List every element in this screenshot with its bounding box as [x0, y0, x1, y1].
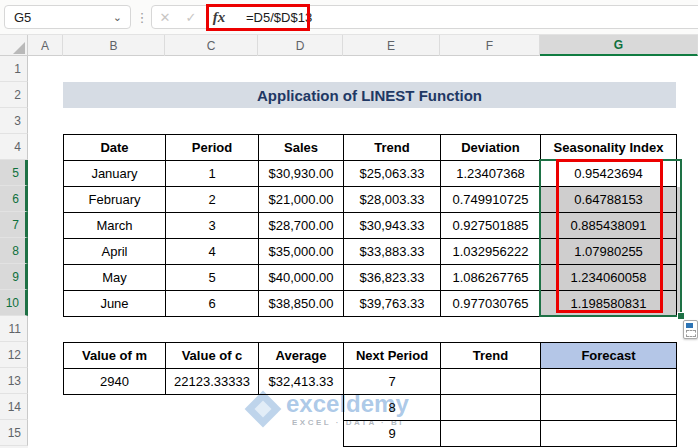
header-seasonality-index[interactable]: Seasonality Index: [541, 135, 677, 161]
autofill-options-icon: [686, 323, 693, 328]
page-title[interactable]: Application of LINEST Function: [63, 82, 676, 108]
cell[interactable]: 8: [344, 395, 441, 421]
cell[interactable]: [441, 369, 541, 395]
row-header-15[interactable]: 15: [0, 420, 28, 446]
cell[interactable]: January: [64, 161, 166, 187]
cell[interactable]: 5: [166, 265, 259, 291]
row-header-8[interactable]: 8: [0, 238, 28, 264]
row-header-7[interactable]: 7: [0, 212, 28, 238]
header-trend[interactable]: Trend: [344, 135, 441, 161]
cell[interactable]: 1.086267765: [441, 265, 541, 291]
column-header-c[interactable]: C: [165, 35, 258, 56]
header-sales[interactable]: Sales: [259, 135, 344, 161]
cell[interactable]: $30,943.33: [344, 213, 441, 239]
row-header-2[interactable]: 2: [0, 82, 28, 108]
forecast-extra-rows: 8 9: [343, 394, 677, 447]
row-header-9[interactable]: 9: [0, 264, 28, 290]
formula-bar: G5 ⌄ ⋮ ✕ ✓ fx =D5/$D$13: [0, 0, 698, 35]
table-header-row: Value of m Value of c Average Next Perio…: [64, 343, 677, 369]
cell[interactable]: $33,883.33: [344, 239, 441, 265]
header-date[interactable]: Date: [64, 135, 166, 161]
cell[interactable]: 4: [166, 239, 259, 265]
cell[interactable]: March: [64, 213, 166, 239]
row-header-1[interactable]: 1: [0, 56, 28, 82]
column-header-d[interactable]: D: [258, 35, 343, 56]
row-header-11[interactable]: 11: [0, 316, 28, 342]
range-annotation-box: [556, 159, 663, 313]
row-header-5[interactable]: 5: [0, 160, 28, 186]
header-deviation[interactable]: Deviation: [441, 135, 541, 161]
name-box[interactable]: G5 ⌄: [4, 5, 131, 29]
cell[interactable]: [541, 369, 677, 395]
enter-icon[interactable]: ✓: [178, 10, 204, 25]
formula-bar-separator-icon: ⋮: [137, 6, 147, 28]
cell[interactable]: [441, 421, 541, 447]
cell[interactable]: $40,000.00: [259, 265, 344, 291]
cell[interactable]: 3: [166, 213, 259, 239]
fill-handle[interactable]: [677, 312, 685, 320]
cell[interactable]: 2940: [64, 369, 166, 395]
cell[interactable]: 7: [344, 369, 441, 395]
autofill-options-button[interactable]: [683, 320, 698, 339]
header-next-period[interactable]: Next Period: [344, 343, 441, 369]
row-header-14[interactable]: 14: [0, 394, 28, 420]
row-header-3[interactable]: 3: [0, 108, 28, 134]
cell[interactable]: $21,000.00: [259, 187, 344, 213]
cell[interactable]: $28,700.00: [259, 213, 344, 239]
select-all-icon: [13, 42, 25, 54]
column-header-e[interactable]: E: [343, 35, 440, 56]
column-header-g[interactable]: G: [540, 35, 698, 56]
cell[interactable]: 0.749910725: [441, 187, 541, 213]
row-header-4[interactable]: 4: [0, 134, 28, 160]
cell[interactable]: $38,850.00: [259, 291, 344, 317]
cell[interactable]: 9: [344, 421, 441, 447]
column-header-f[interactable]: F: [440, 35, 540, 56]
cell[interactable]: 1.032956222: [441, 239, 541, 265]
cell[interactable]: May: [64, 265, 166, 291]
cell[interactable]: 22123.33333: [166, 369, 259, 395]
row-header-13[interactable]: 13: [0, 368, 28, 394]
table-row: 9: [344, 421, 677, 447]
column-header-a[interactable]: A: [28, 35, 63, 56]
table-row: 294022123.33333$32,413.337: [64, 369, 677, 395]
cell[interactable]: [541, 421, 677, 447]
cell[interactable]: 0.977030765: [441, 291, 541, 317]
cell[interactable]: $39,763.33: [344, 291, 441, 317]
cell[interactable]: 1: [166, 161, 259, 187]
header-forecast[interactable]: Forecast: [541, 343, 677, 369]
row-header-10[interactable]: 10: [0, 290, 28, 316]
cell[interactable]: 0.927501885: [441, 213, 541, 239]
cell[interactable]: $36,823.33: [344, 265, 441, 291]
cancel-icon[interactable]: ✕: [152, 10, 178, 25]
cell[interactable]: February: [64, 187, 166, 213]
select-all-button[interactable]: [0, 35, 28, 56]
cell[interactable]: [441, 395, 541, 421]
cell[interactable]: 6: [166, 291, 259, 317]
sheet-area: exceldemy EXCEL · DATA · BI Application …: [28, 56, 698, 448]
cell[interactable]: $28,003.33: [344, 187, 441, 213]
row-headers: 1 2 3 4 5 6 7 8 9 10 11 12 13 14 15: [0, 56, 28, 448]
row-header-6[interactable]: 6: [0, 186, 28, 212]
cell[interactable]: April: [64, 239, 166, 265]
header-average[interactable]: Average: [259, 343, 344, 369]
column-header-b[interactable]: B: [63, 35, 165, 56]
excel-window: G5 ⌄ ⋮ ✕ ✓ fx =D5/$D$13 A B C D E F G 1 …: [0, 0, 698, 448]
header-trend-2[interactable]: Trend: [441, 343, 541, 369]
formula-annotation-box: [206, 4, 310, 31]
header-period[interactable]: Period: [166, 135, 259, 161]
cell[interactable]: [541, 395, 677, 421]
chevron-down-icon[interactable]: ⌄: [113, 12, 130, 22]
table-header-row: Date Period Sales Trend Deviation Season…: [64, 135, 677, 161]
cell[interactable]: 2: [166, 187, 259, 213]
cell[interactable]: $35,000.00: [259, 239, 344, 265]
cell[interactable]: June: [64, 291, 166, 317]
column-headers: A B C D E F G: [0, 35, 698, 56]
forecast-table: Value of m Value of c Average Next Perio…: [63, 342, 677, 395]
header-value-of-m[interactable]: Value of m: [64, 343, 166, 369]
cell[interactable]: 1.23407368: [441, 161, 541, 187]
header-value-of-c[interactable]: Value of c: [166, 343, 259, 369]
cell[interactable]: $25,063.33: [344, 161, 441, 187]
cell[interactable]: $32,413.33: [259, 369, 344, 395]
cell[interactable]: $30,930.00: [259, 161, 344, 187]
row-header-12[interactable]: 12: [0, 342, 28, 368]
